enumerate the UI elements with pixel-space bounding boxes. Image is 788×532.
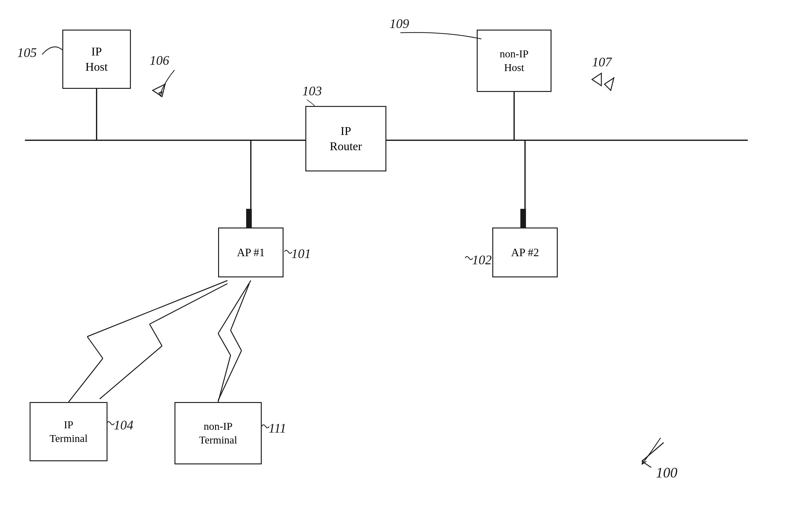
arrow-107 <box>589 68 611 91</box>
svg-line-26 <box>231 330 241 351</box>
ref-106: 106 <box>150 53 169 68</box>
ap2-box: AP #2 <box>492 228 558 277</box>
ap2-label: AP #2 <box>511 245 539 260</box>
svg-line-27 <box>218 351 241 400</box>
ref-102: 102 <box>472 253 492 268</box>
ref-111: 111 <box>269 421 287 436</box>
ip-host-box: IPHost <box>62 29 131 89</box>
svg-line-25 <box>231 283 249 330</box>
arrow-106 <box>156 68 181 97</box>
arrow-103 <box>306 98 318 107</box>
svg-line-23 <box>150 324 162 346</box>
tilde-101 <box>283 247 293 255</box>
non-ip-terminal-box: non-IPTerminal <box>175 402 262 465</box>
svg-marker-19 <box>592 73 602 86</box>
ip-router-box: IPRouter <box>306 106 386 172</box>
ref-103: 103 <box>302 83 322 98</box>
ip-host-label: IPHost <box>85 44 108 75</box>
ap1-box: AP #1 <box>218 228 283 277</box>
svg-marker-18 <box>159 92 162 96</box>
non-ip-host-box: non-IPHost <box>477 29 552 92</box>
arrow-109 <box>399 29 486 48</box>
svg-rect-7 <box>520 209 526 229</box>
ip-terminal-box: IPTerminal <box>29 402 107 461</box>
arrow-105 <box>40 40 65 59</box>
network-diagram: IPHost IPRouter non-IPHost AP #1 AP #2 I… <box>0 0 788 532</box>
ref-104: 104 <box>114 418 133 433</box>
ap1-label: AP #1 <box>237 245 265 260</box>
tilde-104 <box>106 418 115 426</box>
non-ip-host-label: non-IPHost <box>500 47 529 75</box>
ip-terminal-label: IPTerminal <box>50 418 87 445</box>
tilde-111 <box>261 422 270 430</box>
ref-109: 109 <box>390 16 409 31</box>
arrow-100 <box>639 436 667 468</box>
ref-107: 107 <box>592 55 612 70</box>
svg-line-24 <box>100 346 162 399</box>
tilde-102 <box>464 253 474 261</box>
ip-router-label: IPRouter <box>330 123 362 154</box>
non-ip-terminal-label: non-IPTerminal <box>199 419 237 447</box>
ref-105: 105 <box>17 45 37 60</box>
svg-rect-6 <box>246 209 252 229</box>
wireless-signal-ap1-right <box>193 280 287 405</box>
ref-101: 101 <box>291 246 311 261</box>
